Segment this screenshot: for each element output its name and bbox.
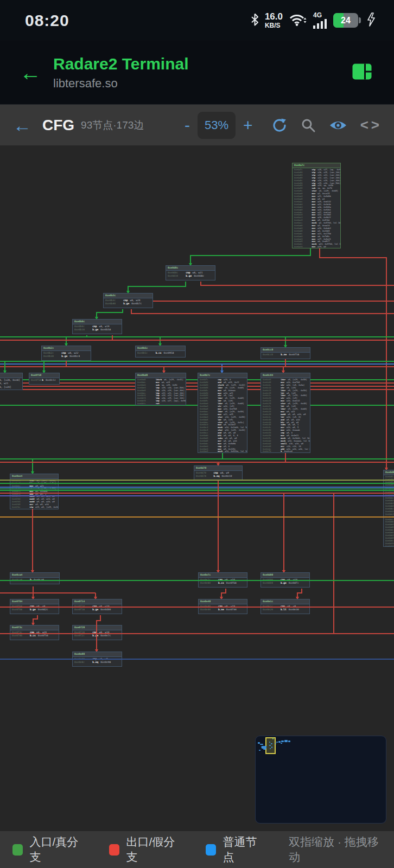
minimap[interactable] [255,736,386,824]
graph-node[interactable]: 0xe0d0c0xe0d0ccmpw8, w210xe0d10b.ge0xe0d… [166,265,215,280]
graph-node[interactable]: 0xe0a7c0xe0a7cstpx28, x27, [sp, -0x90]!0… [292,163,341,248]
legend-bar: 入口/真分支 出口/假分支 普通节点 双指缩放 · 拖拽移动 [0,831,394,868]
app-title: Radare2 Terminal [53,55,189,73]
bluetooth-icon [251,13,259,28]
minimap-node-dot [272,738,274,739]
search-icon[interactable] [301,118,316,133]
flash-icon [367,12,376,29]
graph-node[interactable]: 0xe0b7c0xe0b7ccmpw19, 00xe0b80andw8, w19… [198,373,247,453]
graph-node[interactable]: 0xe0f580xe0f58b0xe0c1c [29,373,60,385]
eye-icon[interactable] [329,118,347,132]
node-address: 0xe0f3c [10,626,59,630]
graph-node[interactable]: 0xe0b0c0xe0b0ccmpw8, w190xe0b10b.ge0xe0b… [72,319,122,334]
graph-stats: 93节点·173边 [81,118,144,132]
minimap-node-dot [284,740,288,742]
app-titles: Radare2 Terminal libtersafe.so [53,55,189,91]
minimap-node-dot [271,743,272,744]
graph-node[interactable]: 0xe0b2c0xe0b2ccmpw8, w220xe0b30b.ge0xe0b… [41,346,91,361]
legend-red-swatch [109,844,119,856]
graph-node[interactable]: 0xe0cc00xe0cc0b.ne0xe0f58 [260,347,310,359]
node-address: 0xe0e40 [199,599,247,604]
graph-node[interactable]: 0xe0f040xe0f04cmpw8, w90xe0f08b.ge0xe0d2… [10,599,59,614]
zoom-out-button[interactable]: - [179,116,195,135]
radare2-cfg-screen: 08:20 16.0 KB/S 4G [0,0,394,868]
node-address: 0xe0cc0 [261,348,310,353]
node-address: 0xe0bd8 [136,373,186,378]
signal-icon: 4G [313,12,327,29]
zoom-in-button[interactable]: + [238,116,258,135]
graph-node[interactable]: 0xe0e1c0xe0e1ccmpw8, w90xe0e20b.lt0xe0e3… [260,599,310,614]
node-address: 0xe0ca4 [10,573,59,578]
minimap-node-dot [288,741,290,742]
minimap-node-dot [259,750,260,751]
graph-node[interactable]: 0xe0f140xe0f14cmpw8, w100xe0f18b.ge0xe0d… [72,599,122,614]
node-address: 0xe0f28 [73,626,122,630]
node-address: 0xe0d00 [261,573,309,578]
graph-node[interactable]: 0xe0f3c0xe0f3ccmpw8, w200xe0f40b.cs0xe0f… [10,625,59,640]
cfg-back-button[interactable]: ← [13,116,31,135]
node-address: 0xe0a7c [293,163,340,168]
zoom-level[interactable]: 53% [198,112,236,139]
legend-normal-node: 普通节点 [206,834,265,865]
minimap-node-dot [281,741,284,742]
file-name: libtersafe.so [53,76,189,91]
node-address: 0xe0e1c [261,599,309,604]
graph-node[interactable]: 0xe0d000xe0d00cmpw8, w100xe0d04b.ge0xe0d… [260,572,310,588]
graph-node[interactable]: 0xe0d8c0xe0d8cldurw8, [x29, -0x54]0xe0d9… [383,470,394,547]
graph-node[interactable]: 0xe0e040xe0e04ldrx8, [x28, 0xe8]0xe0e08m… [0,373,23,390]
node-address: 0xe0b2c [42,346,91,351]
wifi-icon [289,12,307,29]
minimap-node-dot [260,744,263,745]
gesture-hint: 双指缩放 · 拖拽移动 [289,834,383,865]
graph-canvas[interactable]: 0xe0a7c0xe0a7cstpx28, x27, [sp, -0x90]!0… [0,145,394,831]
app-header: ← Radare2 Terminal libtersafe.so [0,41,394,104]
app-back-button[interactable]: ← [20,62,41,84]
graph-node[interactable]: 0xe0b3c0xe0b3ccmpw8, w200xe0b40b.ge0xe0b… [103,293,153,308]
graph-node[interactable]: 0xe0ee40xe0ee4sturw8, [x29, -0x44]0xe0ee… [10,474,59,509]
graph-node[interactable]: 0xe0ca40xe0ca4b0xe0ca8 [10,572,60,584]
graph-node[interactable]: 0xe0bd80xe0bd8ldurbw0, [x29, -0x41]0xe0b… [135,373,186,405]
minimap-node-dot [271,746,272,748]
graph-node[interactable]: 0xe0b5c0xe0b5cb.cs0xe0958 [135,346,186,358]
minimap-node-dot [269,742,270,743]
minimap-node-dot [263,749,266,750]
node-address: 0xe0f14 [73,599,122,604]
network-speed: 16.0 KB/S [265,12,283,29]
minimap-node-dot [270,748,271,749]
graph-node[interactable]: 0xe0c040xe0c04ldurx8, [x29, -0x58]0xe0c0… [260,373,310,453]
battery-icon: 24 [333,13,358,28]
battery-nub [359,17,361,23]
graph-node[interactable]: 0xe0e880xe0e88cmpw8, w90xe0e8cb.eq0xe0e9… [72,652,122,667]
code-view-icon[interactable]: <> [360,117,382,133]
minimap-node-dot [276,742,278,743]
legend-exit-false: 出口/假分支 [109,834,182,865]
legend-entry-true: 入口/真分支 [12,834,85,865]
node-address: 0xe0c04 [261,373,310,378]
node-address: 0xe0e7c [199,573,247,578]
node-address: 0xe0ee4 [10,474,58,479]
node-address: 0xe0b5c [136,346,185,351]
graph-node[interactable]: 0xe0e400xe0e40cmpw8, w190xe0e44b.ne0xe0f… [198,599,247,614]
split-view-icon[interactable] [352,63,372,82]
graph-node[interactable]: 0xe0e7c0xe0e7ccmpw8, w100xe0e80b.cs0xe0f… [198,572,247,588]
minimap-node-dot [281,743,282,744]
node-address: 0xe0d70 [194,466,242,471]
cfg-toolbar: ← CFG 93节点·173边 - 53% + <> [0,104,394,145]
minimap-node-dot [275,743,276,744]
cfg-title: CFG [42,117,74,134]
status-icons: 16.0 KB/S 4G [251,12,376,29]
node-address: 0xe0e04 [0,373,22,378]
battery-indicator: 24 [333,13,361,28]
node-address: 0xe0b0c [73,320,122,324]
node-address: 0xe0d8c [384,470,394,475]
graph-node[interactable]: 0xe0d700xe0d70cmpw8, w90xe0d74b.eq0xe0e1… [194,465,243,481]
graph-nodes-layer: 0xe0a7c0xe0a7cstpx28, x27, [sp, -0x90]!0… [0,145,394,831]
node-address: 0xe0d0c [166,266,215,271]
node-address: 0xe0f04 [10,599,59,604]
legend-blue-swatch [206,844,216,856]
refresh-icon[interactable] [271,117,288,133]
minimap-node-dot [269,745,271,746]
clock: 08:20 [25,11,69,30]
node-address: 0xe0f58 [29,373,59,378]
graph-node[interactable]: 0xe0f280xe0f28cmpw8, w100xe0f2cb.ge0xe0e… [72,625,122,640]
